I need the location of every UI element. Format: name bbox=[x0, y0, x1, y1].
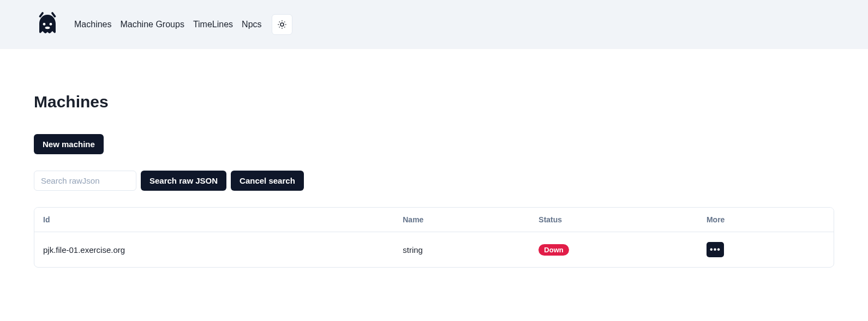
cell-name: string bbox=[394, 232, 530, 268]
cancel-search-button[interactable]: Cancel search bbox=[231, 171, 304, 191]
sun-icon bbox=[277, 20, 287, 29]
svg-line-7 bbox=[284, 27, 285, 27]
nav-item-machine-groups[interactable]: Machine Groups bbox=[120, 20, 184, 29]
svg-point-2 bbox=[45, 27, 50, 29]
main-content: Machines New machine Search raw JSON Can… bbox=[0, 49, 868, 289]
search-row: Search raw JSON Cancel search bbox=[34, 171, 834, 191]
svg-point-0 bbox=[43, 23, 46, 26]
table-row: pjk.file-01.exercise.org string Down ••• bbox=[34, 232, 834, 268]
cell-status: Down bbox=[530, 232, 698, 268]
main-nav: Machines Machine Groups TimeLines Npcs bbox=[74, 14, 292, 35]
more-actions-button[interactable]: ••• bbox=[707, 242, 724, 257]
svg-point-1 bbox=[50, 23, 52, 26]
machines-table: Id Name Status More pjk.file-01.exercise… bbox=[34, 208, 834, 267]
page-title: Machines bbox=[34, 93, 834, 111]
table-header-more: More bbox=[698, 208, 834, 232]
nav-item-machines[interactable]: Machines bbox=[74, 20, 111, 29]
svg-point-3 bbox=[280, 23, 284, 26]
cell-more: ••• bbox=[698, 232, 834, 268]
svg-line-10 bbox=[279, 27, 279, 27]
logo bbox=[34, 11, 61, 38]
ghost-logo-icon bbox=[34, 11, 61, 38]
status-badge: Down bbox=[538, 244, 568, 256]
machines-table-wrapper: Id Name Status More pjk.file-01.exercise… bbox=[34, 207, 834, 268]
table-header-name: Name bbox=[394, 208, 530, 232]
theme-toggle-button[interactable] bbox=[272, 14, 292, 35]
new-machine-button[interactable]: New machine bbox=[34, 134, 104, 154]
table-header-row: Id Name Status More bbox=[34, 208, 834, 232]
nav-item-npcs[interactable]: Npcs bbox=[242, 20, 261, 29]
search-raw-json-button[interactable]: Search raw JSON bbox=[141, 171, 226, 191]
app-header: Machines Machine Groups TimeLines Npcs bbox=[0, 0, 868, 49]
search-input[interactable] bbox=[34, 171, 136, 191]
ellipsis-icon: ••• bbox=[710, 245, 721, 254]
table-header-id: Id bbox=[34, 208, 394, 232]
cell-id: pjk.file-01.exercise.org bbox=[34, 232, 394, 268]
nav-item-timelines[interactable]: TimeLines bbox=[193, 20, 233, 29]
table-header-status: Status bbox=[530, 208, 698, 232]
svg-line-11 bbox=[284, 22, 285, 22]
svg-line-6 bbox=[279, 22, 279, 22]
